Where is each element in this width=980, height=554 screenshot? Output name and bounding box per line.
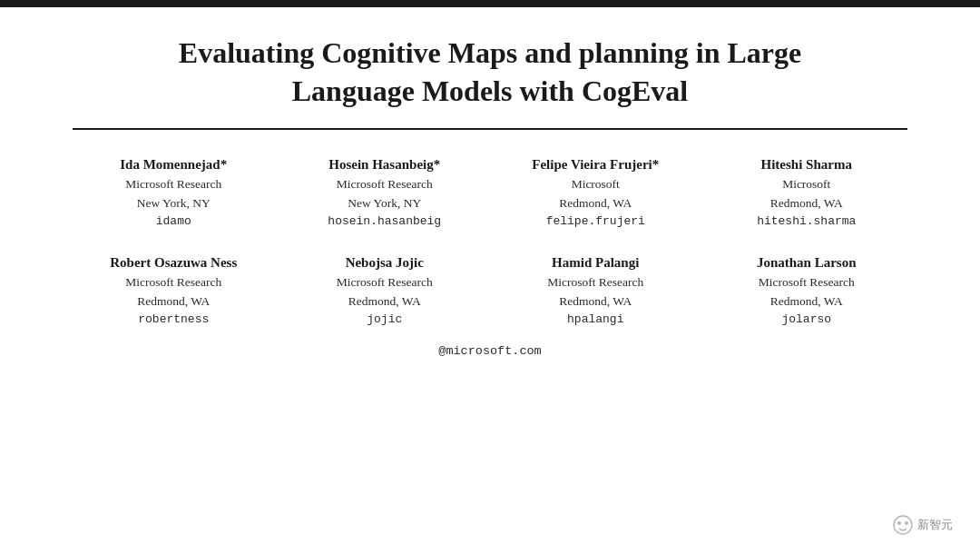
- author-card-2: Felipe Vieira Frujeri*MicrosoftRedmond, …: [495, 157, 697, 228]
- author-card-4: Robert Osazuwa NessMicrosoft ResearchRed…: [73, 255, 275, 326]
- title-divider: [73, 128, 907, 130]
- watermark-text: 新智元: [917, 517, 953, 533]
- author-name-6: Hamid Palangi: [552, 255, 639, 271]
- author-affiliation-line1-6: Microsoft Research: [547, 274, 643, 292]
- author-name-4: Robert Osazuwa Ness: [110, 255, 237, 271]
- title-line1: Evaluating Cognitive Maps and planning i…: [179, 36, 801, 69]
- author-affiliation-line2-6: Redmond, WA: [559, 293, 632, 311]
- authors-grid: Ida Momennejad*Microsoft ResearchNew Yor…: [73, 157, 907, 326]
- email-domain-text: @microsoft.com: [438, 344, 541, 358]
- title-section: Evaluating Cognitive Maps and planning i…: [73, 35, 907, 110]
- author-email-4: robertness: [138, 312, 209, 326]
- svg-point-2: [905, 521, 908, 525]
- author-email-7: jolarso: [781, 312, 831, 326]
- author-email-1: hosein.hasanbeig: [328, 214, 441, 228]
- author-affiliation-line2-2: Redmond, WA: [559, 195, 632, 213]
- author-card-0: Ida Momennejad*Microsoft ResearchNew Yor…: [73, 157, 275, 228]
- author-affiliation-line1-4: Microsoft Research: [125, 274, 221, 292]
- author-card-1: Hosein Hasanbeig*Microsoft ResearchNew Y…: [284, 157, 486, 228]
- author-affiliation-line1-1: Microsoft Research: [337, 176, 433, 193]
- author-email-2: felipe.frujeri: [546, 214, 645, 228]
- author-affiliation-line2-0: New York, NY: [137, 195, 211, 213]
- author-affiliation-line2-1: New York, NY: [348, 195, 421, 213]
- paper-title: Evaluating Cognitive Maps and planning i…: [73, 35, 907, 110]
- author-email-6: hpalangi: [567, 312, 623, 326]
- author-email-3: hiteshi.sharma: [757, 214, 856, 228]
- author-email-0: idamo: [156, 214, 191, 228]
- content-wrapper: Evaluating Cognitive Maps and planning i…: [0, 7, 980, 376]
- author-affiliation-line2-7: Redmond, WA: [770, 293, 843, 311]
- author-affiliation-line2-5: Redmond, WA: [348, 293, 421, 311]
- author-affiliation-line2-3: Redmond, WA: [770, 195, 843, 213]
- email-domain: @microsoft.com: [73, 344, 907, 358]
- author-affiliation-line1-7: Microsoft Research: [759, 274, 855, 292]
- author-affiliation-line1-3: Microsoft: [782, 176, 830, 193]
- author-card-3: Hiteshi SharmaMicrosoftRedmond, WAhitesh…: [706, 157, 908, 228]
- author-affiliation-line1-2: Microsoft: [572, 176, 620, 193]
- watermark-icon: [892, 514, 914, 536]
- author-card-5: Nebojsa JojicMicrosoft ResearchRedmond, …: [284, 255, 486, 326]
- author-affiliation-line2-4: Redmond, WA: [137, 293, 210, 311]
- title-line2: Language Models with CogEval: [292, 74, 688, 107]
- watermark: 新智元: [892, 514, 953, 536]
- author-name-2: Felipe Vieira Frujeri*: [532, 157, 659, 173]
- author-name-5: Nebojsa Jojic: [346, 255, 424, 271]
- author-affiliation-line1-0: Microsoft Research: [125, 176, 221, 193]
- author-card-7: Jonathan LarsonMicrosoft ResearchRedmond…: [706, 255, 908, 326]
- author-name-1: Hosein Hasanbeig*: [328, 157, 440, 173]
- svg-point-0: [894, 516, 912, 534]
- author-email-5: jojic: [367, 312, 402, 326]
- author-affiliation-line1-5: Microsoft Research: [337, 274, 433, 292]
- author-name-7: Jonathan Larson: [757, 255, 857, 271]
- author-name-0: Ida Momennejad*: [120, 157, 227, 173]
- author-name-3: Hiteshi Sharma: [761, 157, 852, 173]
- author-card-6: Hamid PalangiMicrosoft ResearchRedmond, …: [495, 255, 697, 326]
- top-bar: [0, 0, 980, 7]
- svg-point-1: [897, 521, 901, 525]
